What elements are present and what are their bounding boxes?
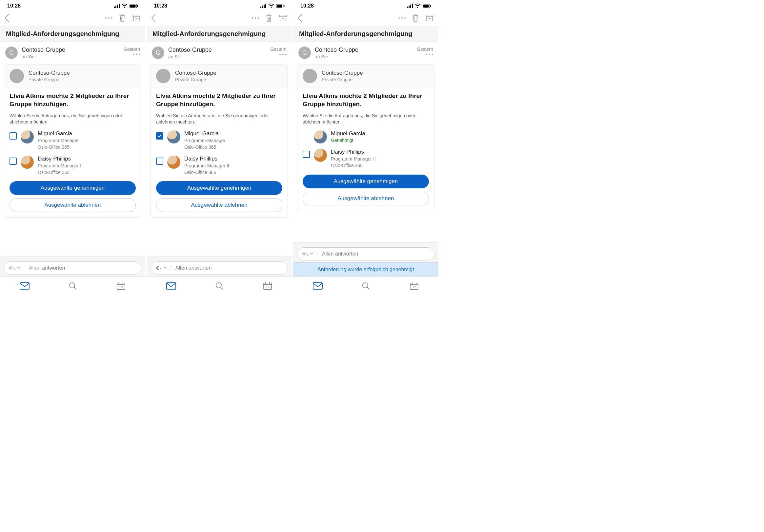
member-checkbox[interactable] — [10, 158, 17, 165]
delete-button[interactable] — [118, 14, 126, 22]
email-subject: Mitglied-Anforderungsgenehmigung — [0, 26, 145, 42]
member-row: Daisy Phillips Programm-Manager II Oslo-… — [303, 149, 429, 168]
tab-calendar[interactable]: 12 — [410, 282, 419, 290]
more-options-button[interactable] — [105, 17, 112, 19]
group-name: Contoso-Gruppe — [175, 70, 216, 76]
approve-selected-button[interactable]: Ausgewählte genehmigen — [156, 181, 282, 195]
svg-text:12: 12 — [119, 285, 123, 289]
reply-mode-button[interactable] — [297, 251, 317, 256]
member-row: Daisy Phillips Programm-Manager II Oslo-… — [10, 156, 136, 175]
sender-avatar[interactable]: G — [152, 47, 164, 59]
sender-avatar[interactable]: G — [5, 47, 18, 59]
svg-rect-1 — [130, 4, 136, 7]
member-row: Miguel Garcia Programm-Manager Oslo-Offi… — [303, 130, 429, 144]
archive-button[interactable] — [279, 14, 287, 22]
reply-placeholder: Allen antworten — [317, 251, 434, 257]
message-header: G Contoso-Gruppe an Sie Gestern — [146, 42, 292, 63]
reply-input[interactable]: Allen antworten — [297, 247, 435, 260]
member-checkbox[interactable] — [156, 158, 163, 165]
member-avatar[interactable] — [314, 130, 327, 144]
tab-mail[interactable] — [20, 282, 30, 290]
svg-rect-18 — [430, 5, 431, 7]
battery-icon — [423, 4, 431, 8]
back-button[interactable] — [150, 14, 157, 22]
member-checkbox[interactable] — [303, 151, 310, 158]
member-checkbox[interactable] — [10, 132, 17, 140]
sender-name[interactable]: Contoso-Gruppe — [168, 47, 266, 54]
member-status-approved: Genehmigt — [331, 138, 429, 143]
reply-area: Allen antworten — [293, 242, 438, 262]
request-title: Elvia Atkins möchte 2 Mitglieder zu Ihre… — [303, 92, 429, 108]
message-more-button[interactable] — [417, 54, 433, 55]
svg-rect-2 — [137, 5, 138, 7]
status-icons — [114, 4, 138, 8]
phone-screen: 10:28 — [146, 0, 292, 295]
member-row: Daisy Phillips Programm-Manager II Oslo-… — [156, 156, 282, 175]
message-more-button[interactable] — [270, 54, 286, 55]
reply-all-icon — [301, 251, 308, 256]
member-checkbox[interactable] — [156, 132, 163, 140]
reject-selected-button[interactable]: Ausgewählte ablehnen — [303, 192, 429, 205]
request-title: Elvia Atkins möchte 2 Mitglieder zu Ihre… — [10, 92, 136, 108]
sender-name[interactable]: Contoso-Gruppe — [22, 47, 120, 54]
success-toast: Anforderung wurde erfolgreich genehmigt — [293, 262, 438, 277]
group-header[interactable]: Contoso-Gruppe Private Gruppe — [151, 65, 287, 87]
sender-avatar[interactable]: G — [298, 47, 311, 59]
status-clock: 10:28 — [7, 3, 21, 9]
svg-rect-11 — [280, 15, 286, 17]
email-subject: Mitglied-Anforderungsgenehmigung — [293, 26, 438, 42]
recipient-label: an Sie — [315, 54, 413, 59]
message-date: Gestern — [123, 47, 140, 52]
reply-input[interactable]: Allen antworten — [4, 261, 141, 275]
reject-selected-button[interactable]: Ausgewählte ablehnen — [10, 198, 136, 212]
member-role: Programm-Manager — [38, 138, 136, 144]
member-role: Programm-Manager — [184, 138, 282, 144]
member-name: Miguel Garcia — [331, 130, 429, 137]
svg-rect-20 — [313, 283, 322, 289]
more-options-button[interactable] — [252, 17, 259, 19]
status-bar: 10:28 — [293, 0, 438, 12]
cellular-signal-icon — [260, 4, 266, 8]
tab-calendar[interactable]: 12 — [116, 282, 125, 290]
bottom-tab-bar: 12 — [146, 277, 292, 295]
svg-text:12: 12 — [266, 285, 270, 289]
reply-input[interactable]: Allen antworten — [150, 261, 288, 275]
member-avatar[interactable] — [21, 130, 34, 144]
request-title: Elvia Atkins möchte 2 Mitglieder zu Ihre… — [156, 92, 282, 108]
chevron-down-icon — [310, 253, 313, 255]
member-role: Programm-Manager II — [38, 163, 136, 169]
archive-button[interactable] — [132, 14, 141, 22]
reject-selected-button[interactable]: Ausgewählte ablehnen — [156, 198, 282, 212]
request-instruction: Wählen Sie die Anfragen aus, die Sie gen… — [303, 113, 429, 125]
tab-search[interactable] — [362, 282, 370, 290]
tab-mail[interactable] — [313, 282, 323, 290]
member-avatar[interactable] — [314, 149, 327, 162]
delete-button[interactable] — [412, 14, 419, 22]
reply-mode-button[interactable] — [151, 265, 171, 271]
tab-search[interactable] — [215, 282, 224, 290]
back-button[interactable] — [296, 14, 303, 22]
email-subject: Mitglied-Anforderungsgenehmigung — [146, 26, 292, 42]
delete-button[interactable] — [265, 14, 273, 22]
approve-selected-button[interactable]: Ausgewählte genehmigen — [303, 175, 429, 189]
group-header[interactable]: Contoso-Gruppe Private Gruppe — [297, 65, 434, 87]
group-avatar — [303, 69, 317, 83]
member-avatar[interactable] — [167, 156, 180, 169]
tab-calendar[interactable]: 12 — [263, 282, 272, 290]
more-options-button[interactable] — [398, 17, 406, 19]
tab-mail[interactable] — [166, 282, 176, 290]
svg-text:12: 12 — [413, 285, 416, 289]
back-button[interactable] — [3, 14, 11, 22]
chevron-down-icon — [163, 267, 167, 269]
member-avatar[interactable] — [167, 130, 180, 144]
archive-button[interactable] — [425, 14, 434, 22]
sender-name[interactable]: Contoso-Gruppe — [315, 47, 413, 54]
group-header[interactable]: Contoso-Gruppe Private Gruppe — [4, 65, 141, 87]
reply-mode-button[interactable] — [4, 265, 24, 271]
message-more-button[interactable] — [123, 54, 140, 55]
approve-selected-button[interactable]: Ausgewählte genehmigen — [10, 181, 136, 195]
approval-card: Contoso-Gruppe Private Gruppe Elvia Atki… — [4, 65, 141, 217]
member-avatar[interactable] — [21, 156, 34, 169]
group-type: Private Gruppe — [175, 77, 216, 82]
tab-search[interactable] — [69, 282, 77, 290]
